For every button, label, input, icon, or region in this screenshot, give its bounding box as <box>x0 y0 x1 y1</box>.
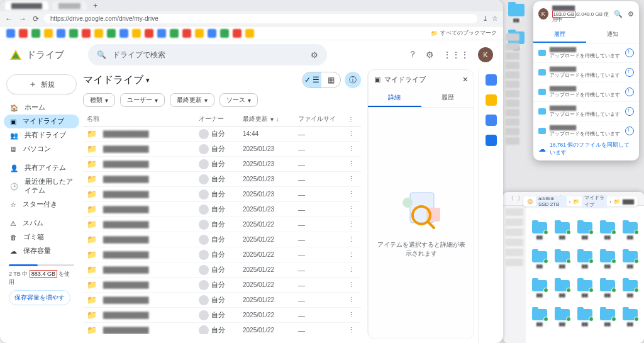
finder-back[interactable]: 〈 <box>508 194 514 203</box>
row-menu[interactable]: ⋮ <box>345 190 357 198</box>
backup-sync-panel[interactable]: K ▇▇▇▇▇▇ 183.0 GB/2,048.0 GB 使用中 🔍 ⚙ 履歴 … <box>533 1 639 160</box>
filter-chip[interactable]: ソース▾ <box>219 93 258 107</box>
table-row[interactable]: 📁▇▇▇▇▇▇▇▇▇自分2025/01/22—⋮ <box>83 247 361 262</box>
drive-logo[interactable]: ドライブ <box>10 49 78 61</box>
apps-icon[interactable]: ⋮⋮⋮ <box>443 50 469 60</box>
table-row[interactable]: 📁▇▇▇▇▇▇▇▇▇自分2025/01/23—⋮ <box>83 142 361 157</box>
sidebar-item[interactable]: ☁保存容量 <box>4 244 79 258</box>
search-icon[interactable]: 🔍 <box>614 10 623 18</box>
sidebar-item[interactable]: 👥共有ドライブ <box>4 128 79 142</box>
row-menu[interactable]: ⋮ <box>345 130 357 138</box>
help-icon[interactable]: ？ <box>408 49 417 60</box>
col-modified[interactable]: 最終更新▾↓ <box>243 115 298 123</box>
sidebar-item[interactable]: 🕒最近使用したアイテム <box>4 175 79 198</box>
nav-fwd[interactable]: → <box>19 14 26 23</box>
row-menu[interactable]: ⋮ <box>345 205 357 213</box>
finder-fwd[interactable]: 〉 <box>518 194 523 203</box>
row-menu[interactable]: ⋮ <box>345 266 357 274</box>
finder-folder[interactable]: ▇▇ <box>597 280 618 306</box>
finder-folder[interactable]: ▇▇ <box>620 251 640 278</box>
finder-folder[interactable]: ▇▇ <box>575 251 595 278</box>
finder-window[interactable]: 〈 〉 マイドライブ ▇▇▇▇▇▇▇▇▇▇▇▇▇▇▇▇▇▇▇▇▇▇▇▇▇▇▇▇▇… <box>503 192 644 343</box>
row-menu[interactable]: ⋮ <box>345 235 357 244</box>
finder-folder[interactable]: ▇▇ <box>552 251 572 278</box>
sidebar-item[interactable]: 🏠ホーム <box>4 101 79 115</box>
finder-folder[interactable]: ▇▇ <box>530 222 550 249</box>
finder-folder[interactable]: ▇▇ <box>552 280 572 306</box>
account-avatar[interactable]: K <box>478 47 493 62</box>
col-size[interactable]: ファイルサイ <box>298 115 345 123</box>
finder-folder[interactable]: ▇▇ <box>530 309 550 335</box>
table-row[interactable]: 📁▇▇▇▇▇▇▇▇▇自分2025/01/22—⋮ <box>83 323 361 334</box>
tune-icon[interactable]: ⚙ <box>311 50 318 60</box>
tab-strip[interactable]: ▇▇▇▇▇▇▇ ▇▇▇▇▇ + <box>0 0 503 11</box>
finder-folder[interactable]: ▇▇ <box>575 280 595 306</box>
row-menu[interactable]: ⋮ <box>345 326 357 334</box>
bs-tab-notify[interactable]: 通知 <box>586 27 639 43</box>
table-row[interactable]: 📁▇▇▇▇▇▇▇▇▇自分2025/01/23—⋮ <box>83 187 361 202</box>
table-row[interactable]: 📁▇▇▇▇▇▇▇▇▇自分2025/01/23—⋮ <box>83 157 361 172</box>
finder-folder[interactable]: ▇▇ <box>575 309 595 335</box>
nav-reload[interactable]: ⟳ <box>33 14 39 23</box>
grid-view-icon[interactable]: ▦ <box>321 72 340 87</box>
table-row[interactable]: 📁▇▇▇▇▇▇▇▇▇自分2025/01/23—⋮ <box>83 202 361 217</box>
star-icon[interactable]: ☆ <box>492 14 498 23</box>
col-menu[interactable]: ⋮ <box>345 116 357 123</box>
new-button[interactable]: ＋新規 <box>6 74 77 94</box>
row-menu[interactable]: ⋮ <box>345 220 357 228</box>
calendar-icon[interactable] <box>486 74 497 86</box>
finder-folder[interactable]: ▇▇ <box>530 280 550 306</box>
sidebar-item[interactable]: ⚠スパム <box>4 216 79 230</box>
breadcrumb[interactable]: マイドライブ▾ <box>83 74 150 87</box>
finder-folder[interactable]: ▇▇ <box>530 251 550 278</box>
filter-chip[interactable]: 種類▾ <box>83 93 115 107</box>
finder-folder[interactable]: ▇▇ <box>552 222 572 249</box>
sidebar-item[interactable]: 👤共有アイテム <box>4 161 79 175</box>
table-row[interactable]: 📁▇▇▇▇▇▇▇▇▇自分2025/01/23—⋮ <box>83 172 361 187</box>
table-row[interactable]: 📁▇▇▇▇▇▇▇▇▇自分2025/01/22—⋮ <box>83 217 361 232</box>
all-bookmarks[interactable]: 📁すべてのブックマーク <box>431 29 497 37</box>
sidebar-item[interactable]: 🗑ゴミ箱 <box>4 230 79 244</box>
table-row[interactable]: 📁▇▇▇▇▇▇▇▇▇自分2025/01/22—⋮ <box>83 278 361 293</box>
bs-tab-history[interactable]: 履歴 <box>533 27 586 43</box>
sidebar-item[interactable]: 🖥パソコン <box>4 142 79 156</box>
sidebar-item[interactable]: ☆スター付き <box>4 198 79 211</box>
table-row[interactable]: 📁▇▇▇▇▇▇▇▇▇自分2025/01/22—⋮ <box>83 308 361 323</box>
col-owner[interactable]: オーナー <box>199 115 243 123</box>
tasks-icon[interactable] <box>486 115 497 126</box>
table-row[interactable]: 📁▇▇▇▇▇▇▇▇▇自分2025/01/22—⋮ <box>83 293 361 308</box>
settings-icon[interactable]: ⚙ <box>426 50 434 60</box>
filter-chip[interactable]: ユーザー▾ <box>120 93 165 107</box>
row-menu[interactable]: ⋮ <box>345 296 357 304</box>
keep-icon[interactable] <box>486 94 497 106</box>
sidebar-item[interactable]: ▣マイドライブ <box>4 115 79 128</box>
close-icon[interactable]: × <box>463 74 468 84</box>
finder-folder[interactable]: ▇▇ <box>597 222 618 249</box>
finder-folder[interactable]: ▇▇ <box>620 222 640 249</box>
contacts-icon[interactable] <box>486 135 497 146</box>
finder-folder[interactable]: ▇▇ <box>620 309 640 335</box>
chrome-window[interactable]: ▇▇▇▇▇▇▇ ▇▇▇▇▇ + ← → ⟳ https://drive.goog… <box>0 0 503 343</box>
table-row[interactable]: 📁▇▇▇▇▇▇▇▇▇自分2025/01/22—⋮ <box>83 262 361 278</box>
info-icon[interactable]: ⓘ <box>345 72 361 88</box>
col-name[interactable]: 名前 <box>87 115 199 123</box>
row-menu[interactable]: ⋮ <box>345 281 357 289</box>
finder-folder[interactable]: ▇▇ <box>620 280 640 306</box>
tab-history[interactable]: 履歴 <box>421 89 475 107</box>
row-menu[interactable]: ⋮ <box>345 160 357 168</box>
row-menu[interactable]: ⋮ <box>345 250 357 259</box>
bookmark-bar[interactable]: 📁すべてのブックマーク <box>0 26 503 40</box>
finder-folder[interactable]: ▇▇ <box>597 251 618 278</box>
gear-icon[interactable]: ⚙ <box>628 10 634 18</box>
search-input[interactable]: 🔍 ドライブで検索 ⚙ <box>88 44 327 65</box>
row-menu[interactable]: ⋮ <box>345 175 357 183</box>
buy-storage-button[interactable]: 保存容量を増やす <box>9 290 70 305</box>
view-toggle[interactable]: ✓ ☰ ▦ <box>302 72 341 88</box>
tab-detail[interactable]: 詳細 <box>368 89 421 107</box>
finder-folder[interactable]: ▇▇ <box>597 309 618 335</box>
filter-chip[interactable]: 最終更新▾ <box>170 93 214 107</box>
finder-folder[interactable]: ▇▇ <box>552 309 572 335</box>
table-row[interactable]: 📁▇▇▇▇▇▇▇▇▇自分2025/01/22—⋮ <box>83 232 361 247</box>
address-bar[interactable]: https://drive.google.com/drive/my-drive <box>44 14 477 23</box>
list-view-icon[interactable]: ✓ ☰ <box>303 72 321 87</box>
